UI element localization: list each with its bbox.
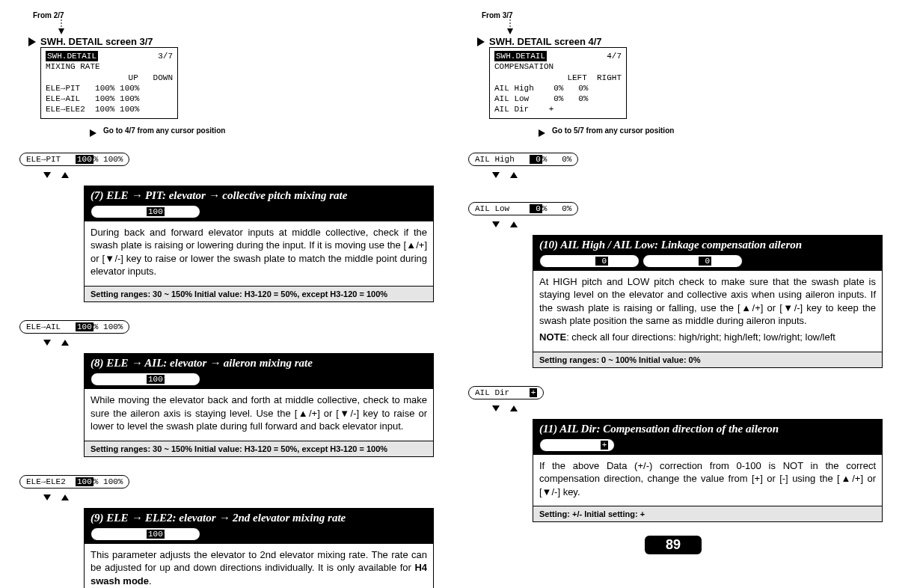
lcd-screen-3-7: SWH.DETAIL3/7 MIXING RATE UP DOWN ELE→PI… [40,47,178,119]
screen-title: SWH. DETAIL screen 4/7 [489,36,602,47]
page-89: From 3/7 SWH. DETAIL screen 4/7 SWH.DETA… [464,7,883,588]
lcd-screen-4-7: SWH.DETAIL4/7 COMPENSATION LEFT RIGHT AI… [489,47,627,119]
block-9: (9) ELE → ELE2: elevator → 2nd elevator … [84,508,434,588]
goto-note: Go to 5/7 from any cursor position [552,126,883,135]
chip-ail-dir: AIL Dir + [468,386,544,399]
chip-ail-high: AIL High 0% 0% [468,153,578,166]
screen-title: SWH. DETAIL screen 3/7 [40,36,153,47]
page-number: 89 [645,536,702,554]
entry-arrow [57,21,434,36]
block-10: (10) AIL High / AIL Low: Linkage compens… [533,235,883,368]
chip-ele-pit: ELE→PIT 100% 100% [19,153,129,166]
pointer-icon [477,37,485,46]
page-88: From 2/7 SWH. DETAIL screen 3/7 SWH.DETA… [15,7,434,588]
block-11: (11) AIL Dir: Compensation direction of … [533,419,883,523]
entry-arrow [506,21,883,36]
goto-note: Go to 4/7 from any cursor position [103,126,434,135]
chip-ele-ele2: ELE→ELE2 100% 100% [19,475,129,489]
svg-marker-1 [58,28,64,34]
chip-ail-low: AIL Low 0% 0% [468,202,578,215]
svg-marker-3 [507,28,513,34]
pointer-icon [28,37,36,46]
chip-ele-ail: ELE→AIL 100% 100% [19,320,129,334]
block-8: (8) ELE → AIL: elevator → aileron mixing… [84,353,434,457]
block-7: (7) ELE → PIT: elevator → collective pit… [84,186,434,302]
